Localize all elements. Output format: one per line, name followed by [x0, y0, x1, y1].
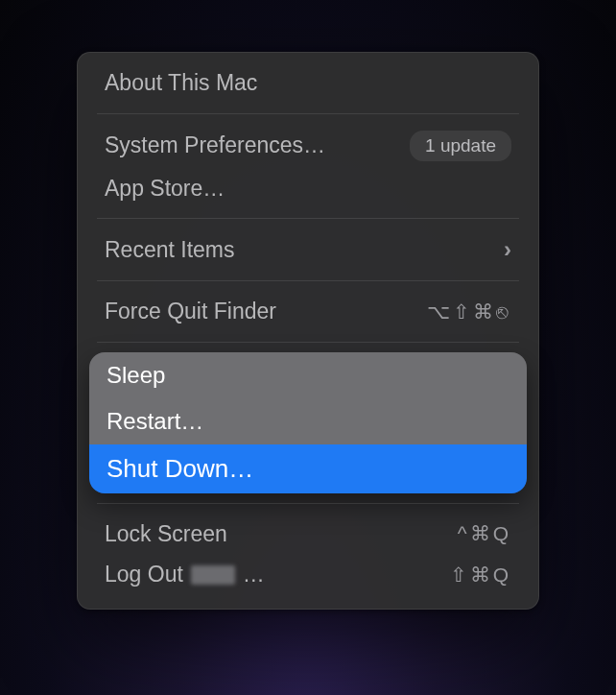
- keyboard-shortcut: ⇧⌘Q: [450, 563, 511, 587]
- menu-item-label: About This Mac: [105, 69, 257, 97]
- menu-item-label: Restart…: [107, 407, 203, 436]
- menu-separator: [97, 342, 519, 343]
- menu-item-label: Log Out …: [105, 561, 265, 588]
- menu-item-about-this-mac[interactable]: About This Mac: [78, 62, 538, 104]
- menu-separator: [97, 503, 519, 504]
- menu-item-force-quit[interactable]: Force Quit Finder ⌥⇧⌘⎋: [78, 291, 538, 332]
- chevron-right-icon: ›: [504, 235, 511, 264]
- keyboard-shortcut: ^⌘Q: [458, 521, 511, 546]
- menu-item-app-store[interactable]: App Store…: [78, 168, 538, 209]
- menu-separator: [97, 113, 519, 114]
- update-badge: 1 update: [410, 131, 511, 161]
- menu-item-label: Force Quit Finder: [105, 298, 276, 325]
- keyboard-shortcut: ⌥⇧⌘⎋: [427, 300, 511, 324]
- menu-item-label: Recent Items: [105, 236, 235, 264]
- menu-item-recent-items[interactable]: Recent Items ›: [78, 228, 538, 271]
- menu-item-lock-screen[interactable]: Lock Screen ^⌘Q: [78, 514, 538, 555]
- menu-item-shut-down[interactable]: Shut Down…: [89, 444, 527, 493]
- menu-item-system-preferences[interactable]: System Preferences… 1 update: [78, 124, 538, 168]
- menu-item-label: Shut Down…: [107, 453, 253, 485]
- menu-item-label: Lock Screen: [105, 520, 227, 548]
- redacted-username: [191, 565, 235, 585]
- apple-menu: About This Mac System Preferences… 1 upd…: [77, 52, 539, 610]
- menu-item-label: System Preferences…: [105, 132, 325, 159]
- menu-item-label: Sleep: [107, 361, 165, 390]
- menu-separator: [97, 280, 519, 281]
- power-options-group: Sleep Restart… Shut Down…: [89, 352, 527, 493]
- menu-item-label: App Store…: [105, 175, 225, 203]
- menu-item-sleep[interactable]: Sleep: [89, 352, 527, 398]
- menu-item-log-out[interactable]: Log Out … ⇧⌘Q: [78, 554, 538, 595]
- menu-separator: [97, 218, 519, 219]
- menu-item-restart[interactable]: Restart…: [89, 398, 527, 444]
